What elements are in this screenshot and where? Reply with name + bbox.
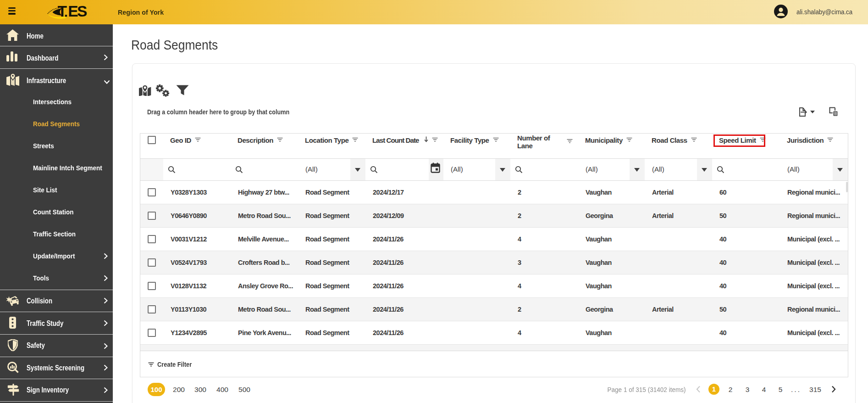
svg-text:T: T: [58, 4, 67, 20]
svg-text:S: S: [77, 4, 87, 20]
